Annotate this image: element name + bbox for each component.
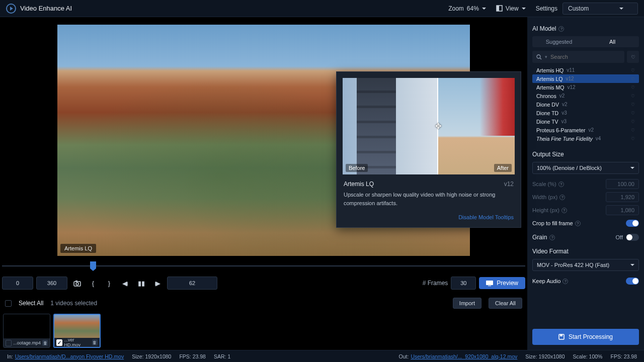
zoom-control[interactable]: Zoom 64% [443,3,491,14]
model-version: v3 [561,110,567,116]
step-back-button[interactable]: ◀| [119,277,132,290]
chevron-down-icon [630,264,634,266]
heart-icon[interactable]: ♡ [631,128,635,133]
output-size-select[interactable]: 100% (Denoise / DeBlock) [532,162,639,174]
heart-icon[interactable]: ♡ [631,68,635,73]
height-field: Height (px)? 1,080 [532,204,639,217]
compare-slider[interactable]: ✥ [437,78,438,174]
delete-icon[interactable]: 🗑 [92,339,98,345]
zoom-label: Zoom [448,5,464,12]
timeline-playhead[interactable] [90,261,96,268]
model-version: v2 [559,93,565,99]
keep-audio-toggle[interactable] [626,278,639,285]
video-format-select[interactable]: MOV - ProRes 422 HQ (Fast) [532,259,639,271]
tab-all[interactable]: All [586,36,639,47]
compare-view[interactable]: Before After ✥ [343,78,515,174]
queue-thumbnail[interactable]: ...ver HD.mov🗑 [53,314,101,348]
svg-rect-6 [488,286,491,286]
start-processing-button[interactable]: Start Processing [532,329,639,345]
thumbnail-checkbox[interactable] [56,339,62,346]
end-frame-field[interactable]: 360 [36,277,67,290]
frames-count-field[interactable]: 30 [451,277,476,290]
info-icon[interactable]: ? [558,182,564,187]
after-label: After [494,164,512,172]
pause-button[interactable]: ▮▮ [135,277,148,290]
info-icon[interactable]: ? [559,195,565,200]
step-forward-button[interactable]: |▶ [151,277,164,290]
preview-icon [486,281,493,286]
model-version: v12 [566,76,574,81]
queue-bar: Select All 1 videos selected Import Clea… [0,295,527,312]
selected-count: 1 videos selected [50,300,97,307]
thumbnail-name: ...ver HD.mov [64,337,90,347]
chevron-down-icon [619,8,623,10]
frames-label: # Frames [423,280,448,287]
heart-icon[interactable]: ♡ [631,85,635,90]
svg-rect-1 [497,6,499,11]
in-path[interactable]: Users/brianmatiash/D...anyon Flyover HD.… [15,353,124,359]
model-row[interactable]: Dione TDv3♡ [532,109,639,117]
clear-all-button[interactable]: Clear All [489,298,522,309]
model-row[interactable]: Dione TVv3♡ [532,117,639,126]
delete-icon[interactable]: 🗑 [42,340,48,346]
thumbnail-checkbox[interactable] [6,340,12,346]
model-version: v11 [567,67,575,73]
preset-select[interactable]: Custom [562,3,638,15]
out-fps: FPS: 23.98 [610,353,637,359]
model-row[interactable]: Theia Fine Tune Fidelityv4♡ [532,134,639,143]
info-icon[interactable]: ? [575,221,581,226]
timeline[interactable] [2,258,525,272]
snapshot-button[interactable] [70,277,84,290]
model-name: Proteus 6-Parameter [536,127,585,133]
info-icon[interactable]: ? [549,235,555,240]
svg-rect-10 [560,334,562,336]
in-size: Size: 1920x1080 [132,353,171,359]
mark-in-button[interactable]: { [87,277,100,290]
model-row[interactable]: Artemis HQv11♡ [532,66,639,74]
view-menu[interactable]: View [491,3,531,14]
svg-point-7 [537,55,540,58]
select-all-label[interactable]: Select All [19,300,43,307]
current-frame-field[interactable]: 62 [167,277,217,290]
heart-icon[interactable]: ♡ [631,102,635,107]
info-icon[interactable]: ? [562,279,568,284]
model-name: Dione TD [536,110,558,116]
model-search[interactable]: ▾ [532,51,624,63]
model-row[interactable]: Proteus 6-Parameterv2♡ [532,126,639,134]
info-icon[interactable]: ? [561,208,567,213]
settings-button[interactable]: Settings [531,3,562,14]
heart-icon[interactable]: ♡ [631,76,635,81]
model-row[interactable]: Artemis LQv12♡ [532,74,639,83]
heart-icon[interactable]: ♡ [631,119,635,124]
import-button[interactable]: Import [453,298,481,309]
select-all-checkbox[interactable] [5,300,12,307]
before-image [343,78,437,174]
scale-field: Scale (%)? 100.00 [532,177,639,191]
heart-icon[interactable]: ♡ [631,136,635,141]
model-row[interactable]: Chronosv2♡ [532,92,639,100]
tooltip-model-version: v12 [504,180,514,188]
favorites-filter[interactable]: ♡ [627,51,639,63]
crop-toggle[interactable] [626,220,639,227]
model-row[interactable]: Dione DVv2♡ [532,100,639,109]
out-path[interactable]: Users/brianmatiash/..._920x1080_alq-12.m… [411,353,517,359]
tab-suggested[interactable]: Suggested [532,36,586,47]
view-icon [496,5,503,12]
info-icon[interactable]: ? [558,26,564,32]
disable-tooltips-link[interactable]: Disable Model Tooltips [344,214,514,220]
start-frame-field[interactable]: 0 [2,277,33,290]
mark-out-button[interactable]: } [103,277,116,290]
heart-icon[interactable]: ♡ [631,94,635,99]
search-input[interactable] [550,54,620,60]
svg-line-8 [540,58,541,59]
viewport[interactable]: Artemis LQ Before After ✥ Artemis LQ v12 [0,17,527,258]
tooltip-description: Upscale or sharpen low quality video wit… [344,191,514,207]
heart-icon[interactable]: ♡ [631,111,635,116]
grain-toggle[interactable] [626,234,639,241]
app-logo: Video Enhance AI [6,4,72,14]
model-row[interactable]: Artemis MQv12♡ [532,83,639,92]
keep-audio-row: Keep Audio? [532,275,639,288]
queue-thumbnail[interactable]: ...ootage.mp4🗑 [3,314,50,348]
topbar: Video Enhance AI Zoom 64% View Settings … [0,0,644,17]
preview-button[interactable]: Preview [479,277,525,289]
